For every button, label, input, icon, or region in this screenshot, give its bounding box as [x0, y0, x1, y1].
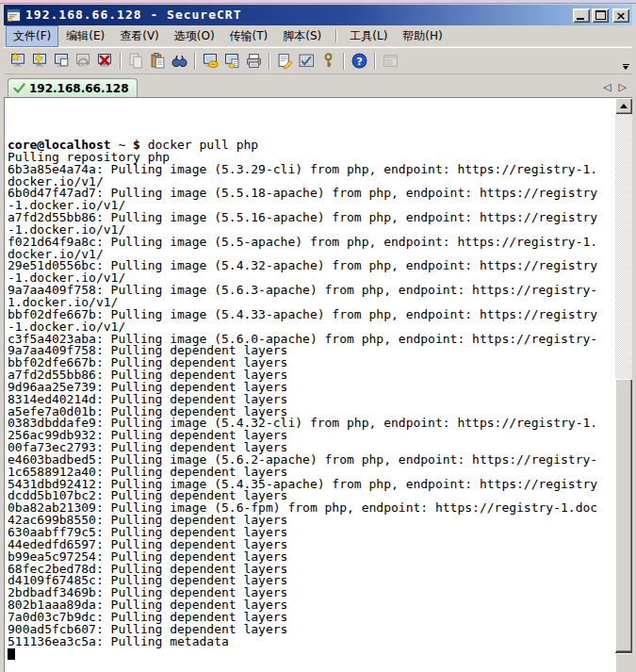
terminal-screen[interactable]: core@localhost ~ $ docker pull phpPullin…	[5, 98, 615, 672]
find-icon	[171, 53, 188, 69]
session-manager-button[interactable]	[51, 51, 73, 72]
paste-button[interactable]	[147, 51, 169, 72]
help-icon: ?	[351, 53, 367, 69]
scrollbar-up-button[interactable]	[615, 98, 632, 114]
close-icon: ×	[616, 9, 627, 22]
session-options-button[interactable]	[296, 51, 318, 72]
key-agent-button[interactable]	[318, 51, 339, 72]
terminal-area: core@localhost ~ $ docker pull phpPullin…	[4, 97, 632, 672]
scrollbar-down-button[interactable]	[615, 652, 632, 672]
copy-icon	[128, 53, 144, 69]
connected-check-icon	[13, 83, 25, 93]
new-session-button[interactable]	[8, 51, 29, 72]
menu-item-1[interactable]: 编辑(E)	[59, 26, 111, 46]
toolbar: ?	[4, 47, 632, 74]
key-agent-icon	[320, 53, 336, 69]
toolbar-overflow-icon	[623, 64, 629, 65]
paste-icon	[150, 53, 166, 69]
app-window-icon	[383, 53, 399, 69]
session-manager-icon	[54, 53, 70, 69]
svg-text:?: ?	[356, 56, 362, 68]
copy-button	[125, 51, 147, 72]
toolbar-separator	[194, 53, 196, 70]
log-session-button[interactable]	[200, 51, 221, 72]
reconnect-button	[73, 51, 94, 72]
toolbar-group-0	[8, 51, 116, 72]
toolbar-separator	[269, 53, 270, 70]
disconnect-icon	[97, 53, 113, 69]
quick-connect-icon	[32, 53, 48, 69]
menu-item-0[interactable]: 文件(F)	[7, 26, 57, 46]
toolbar-group-3	[274, 51, 339, 72]
window-title: 192.168.66.128 - SecureCRT	[25, 5, 573, 25]
toolbar-separator	[120, 53, 122, 70]
session-tab-label: 192.168.66.128	[29, 82, 129, 95]
session-options-icon	[299, 53, 315, 69]
properties-button[interactable]	[274, 51, 296, 72]
maximize-button[interactable]	[592, 8, 609, 23]
raw-log-button[interactable]	[221, 51, 243, 72]
app-window-button	[380, 51, 401, 72]
terminal-line: 511136ea3c5a: Pulling metadata	[8, 636, 615, 648]
log-session-icon	[203, 53, 219, 69]
toolbar-overflow-button[interactable]	[621, 64, 630, 70]
close-button[interactable]: ×	[612, 8, 629, 23]
help-button[interactable]: ?	[349, 51, 370, 72]
new-session-icon	[10, 53, 26, 69]
minimize-button[interactable]	[573, 8, 590, 23]
toolbar-separator	[374, 53, 376, 70]
tab-scroll-right-icon[interactable]: ▷	[619, 82, 627, 92]
scrollbar	[615, 98, 632, 672]
find-button[interactable]	[169, 51, 190, 72]
minimize-icon	[577, 18, 584, 20]
menu-item-7[interactable]: 帮助(H)	[396, 26, 448, 46]
menu-item-4[interactable]: 传输(T)	[223, 26, 275, 46]
menu-bar: 文件(F)编辑(E)查看(V)选项(O)传输(T)脚本(S)工具(L)帮助(H)	[4, 25, 632, 47]
menu-separator	[335, 29, 337, 42]
maximize-icon	[595, 10, 606, 20]
session-tab[interactable]: 192.168.66.128	[8, 78, 138, 97]
menu-item-3[interactable]: 选项(O)	[168, 26, 221, 46]
menu-item-5[interactable]: 脚本(S)	[276, 26, 328, 46]
toolbar-group-1	[125, 51, 190, 72]
properties-icon	[277, 53, 293, 69]
tab-scroll-left-icon[interactable]: ◁	[603, 82, 611, 92]
toolbar-group-4: ?	[349, 51, 370, 72]
terminal-cursor-line	[8, 647, 615, 660]
menu-item-2[interactable]: 查看(V)	[113, 26, 166, 46]
title-bar[interactable]: 192.168.66.128 - SecureCRT ×	[4, 5, 632, 25]
raw-log-icon	[224, 53, 240, 69]
reconnect-icon	[75, 53, 91, 69]
disconnect-button[interactable]	[94, 51, 116, 72]
scrollbar-track[interactable]	[615, 114, 632, 379]
scrollbar-thumb[interactable]	[615, 379, 632, 652]
menu-item-6[interactable]: 工具(L)	[343, 26, 394, 46]
print-icon	[246, 53, 262, 69]
quick-connect-button[interactable]	[29, 51, 51, 72]
toolbar-group-5	[380, 51, 401, 72]
securecrt-app-icon	[7, 8, 22, 23]
print-button[interactable]	[243, 51, 265, 72]
securecrt-window: 192.168.66.128 - SecureCRT × 文件(F)编辑(E)查…	[0, 4, 636, 672]
tab-bar: 192.168.66.128 ◁ ▷	[4, 74, 632, 97]
toolbar-separator	[343, 53, 345, 70]
terminal-cursor	[8, 648, 15, 660]
scroll-up-icon	[620, 104, 628, 108]
toolbar-group-2	[200, 51, 265, 72]
